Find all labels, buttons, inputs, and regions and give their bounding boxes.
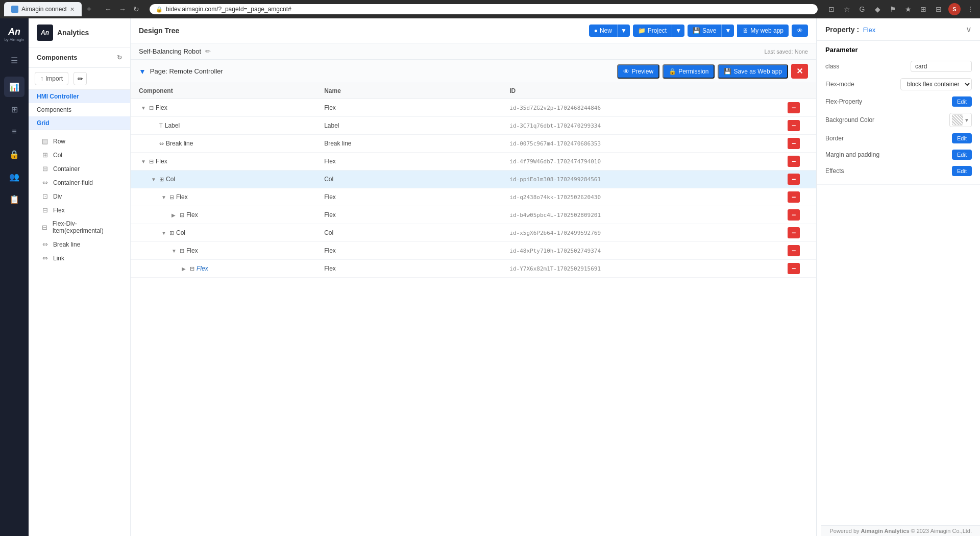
project-button[interactable]: 📁 Project xyxy=(633,25,672,37)
new-dropdown-button[interactable]: ▼ xyxy=(617,25,630,37)
border-edit-button[interactable]: Edit xyxy=(952,133,972,143)
window-icon[interactable]: ⊟ xyxy=(933,4,944,15)
collapse-icon[interactable]: ∨ xyxy=(966,25,972,34)
ext2-icon[interactable]: ⚑ xyxy=(887,4,898,15)
page-chevron-icon[interactable]: ▼ xyxy=(139,67,146,76)
expand-toggle[interactable]: ▼ xyxy=(141,105,147,111)
mywebapp-button[interactable]: 🖥 My web app xyxy=(737,25,789,37)
comp-item-link[interactable]: ⇔ Link xyxy=(29,251,130,265)
tree-name-input[interactable] xyxy=(324,176,509,183)
forward-button[interactable]: → xyxy=(117,4,128,14)
tree-name-input[interactable] xyxy=(324,193,509,201)
back-button[interactable]: ← xyxy=(103,4,114,14)
ext1-icon[interactable]: ◆ xyxy=(872,4,883,15)
app-layout: An by Aimagin ☰ 📊 ⊞ ≡ 🔒 👥 📋 An xyxy=(0,18,980,536)
bookmark-star-icon[interactable]: ☆ xyxy=(841,4,852,15)
comp-item-col[interactable]: ⊞ Col xyxy=(29,148,130,162)
class-value xyxy=(911,61,972,72)
browser-menu-icon[interactable]: ⋮ xyxy=(965,4,976,15)
delete-row-button[interactable]: − xyxy=(788,263,800,274)
tab-hmi-controller[interactable]: HMI Controller xyxy=(29,90,130,103)
tree-cell-name xyxy=(324,104,509,111)
project-edit-icon[interactable]: ✏ xyxy=(205,47,211,55)
tree-name-input[interactable] xyxy=(324,211,509,218)
comp-item-container[interactable]: ⊟ Container xyxy=(29,162,130,176)
delete-row-button[interactable]: − xyxy=(788,174,800,185)
new-tab-button[interactable]: + xyxy=(84,5,94,14)
delete-row-button[interactable]: − xyxy=(788,138,800,149)
tab-components[interactable]: Components xyxy=(29,103,130,116)
delete-row-button[interactable]: − xyxy=(788,156,800,167)
sidebar-menu-toggle[interactable]: ☰ xyxy=(4,50,24,70)
delete-row-button[interactable]: − xyxy=(788,102,800,113)
user-profile-icon[interactable]: S xyxy=(948,3,961,15)
design-tree-header: Design Tree ● New ▼ 📁 Projec xyxy=(131,18,816,43)
tree-name-input[interactable] xyxy=(324,158,509,165)
import-button[interactable]: ↑ Import xyxy=(35,72,68,85)
expand-toggle[interactable]: ▼ xyxy=(151,177,157,182)
delete-row-button[interactable]: − xyxy=(788,227,800,238)
save-button[interactable]: 💾 Save xyxy=(688,25,721,37)
tab-grid[interactable]: Grid xyxy=(29,116,130,130)
google-icon[interactable]: G xyxy=(856,4,868,15)
preview-button[interactable]: 👁 Preview xyxy=(617,64,659,79)
expand-toggle[interactable]: ▶ xyxy=(172,212,178,218)
comp-item-div[interactable]: ⊡ Div xyxy=(29,189,130,203)
sidebar-item-security[interactable]: 🔒 xyxy=(4,144,24,164)
comp-container-fluid-label: Container-fluid xyxy=(53,179,93,186)
col-name: Name xyxy=(324,87,509,94)
reload-button[interactable]: ↻ xyxy=(131,4,141,14)
project-dropdown-button[interactable]: ▼ xyxy=(672,25,684,37)
address-bar[interactable]: 🔒 bidev.aimagin.com/?_pageId=_page_amgcn… xyxy=(150,4,818,14)
tab-close-icon[interactable]: ✕ xyxy=(70,6,75,13)
sidebar-item-docs[interactable]: 📋 xyxy=(4,189,24,209)
cast-icon[interactable]: ⊡ xyxy=(826,4,837,15)
flex-property-value: Edit xyxy=(952,96,972,107)
comp-item-flex-div-item[interactable]: ⊟ Flex-Div-Item(experimental) xyxy=(29,217,130,237)
expand-toggle[interactable]: ▼ xyxy=(172,248,178,254)
components-refresh-icon[interactable]: ↻ xyxy=(117,54,122,61)
sidebar-item-users[interactable]: 👥 xyxy=(4,166,24,187)
component-list: ▤ Row ⊞ Col ⊟ Container ⇔ Container-flui… xyxy=(29,130,130,536)
delete-row-button[interactable]: − xyxy=(788,245,800,256)
expand-toggle[interactable]: ▶ xyxy=(182,266,188,272)
delete-row-button[interactable]: − xyxy=(788,120,800,131)
delete-row-button[interactable]: − xyxy=(788,209,800,221)
comp-item-container-fluid[interactable]: ⇔ Container-fluid xyxy=(29,176,130,189)
col-component-icon: ⊞ xyxy=(159,176,164,183)
flex-mode-select[interactable]: block flex container inline flex contain… xyxy=(900,78,972,90)
comp-item-break-line[interactable]: ⇔ Break line xyxy=(29,237,130,251)
new-button[interactable]: ● New xyxy=(589,25,617,37)
close-page-button[interactable]: ✕ xyxy=(791,64,808,79)
sidebar-item-list[interactable]: ≡ xyxy=(4,121,24,142)
delete-row-button[interactable]: − xyxy=(788,191,800,203)
tree-name-input[interactable] xyxy=(324,140,509,147)
tree-name-input[interactable] xyxy=(324,104,509,111)
expand-toggle[interactable]: ▼ xyxy=(161,230,167,236)
effects-edit-button[interactable]: Edit xyxy=(952,166,972,176)
flex-property-edit-button[interactable]: Edit xyxy=(952,96,972,107)
permission-button[interactable]: 🔒 Permission xyxy=(663,64,715,79)
break-line-icon: ⇔ xyxy=(41,240,49,248)
class-input[interactable] xyxy=(911,61,972,72)
tree-name-input[interactable] xyxy=(324,247,509,254)
margin-padding-edit-button[interactable]: Edit xyxy=(952,150,972,160)
ext3-icon[interactable]: ★ xyxy=(902,4,914,15)
expand-toggle[interactable]: ▼ xyxy=(161,194,167,200)
tree-name-input[interactable] xyxy=(324,265,509,272)
expand-toggle[interactable]: ▼ xyxy=(141,159,147,164)
sidebar-item-tables[interactable]: ⊞ xyxy=(4,99,24,119)
save-as-web-app-button[interactable]: 💾 Save as Web app xyxy=(718,64,788,79)
tree-name-input[interactable] xyxy=(324,229,509,236)
puzzle-icon[interactable]: ⊞ xyxy=(918,4,929,15)
browser-tab[interactable]: Aimagin connect ✕ xyxy=(4,2,82,16)
footer-copyright: © 2023 Aimagin Co.,Ltd. xyxy=(911,528,972,534)
sidebar-item-analytics[interactable]: 📊 xyxy=(4,77,24,97)
save-dropdown-button[interactable]: ▼ xyxy=(721,25,734,37)
comp-item-flex[interactable]: ⊟ Flex xyxy=(29,203,130,217)
tree-name-input[interactable] xyxy=(324,122,509,129)
color-picker-control[interactable]: ▼ xyxy=(949,113,972,127)
comp-item-row[interactable]: ▤ Row xyxy=(29,134,130,148)
edit-comp-button[interactable]: ✏ xyxy=(74,72,87,85)
eye-button[interactable]: 👁 xyxy=(792,25,808,37)
